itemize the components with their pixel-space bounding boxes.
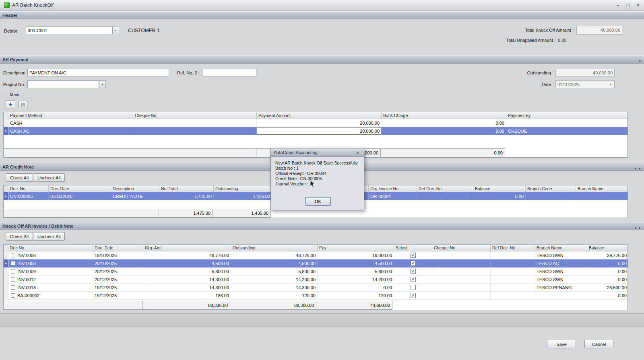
cancel-button[interactable]: Cancel — [584, 340, 613, 348]
dialog-close-icon[interactable]: ✕ — [355, 150, 361, 155]
cell-org-amt: 4,500.00 — [143, 259, 231, 267]
col-doc-no[interactable]: Doc No — [8, 245, 93, 251]
col-doc-date[interactable]: Doc. Date — [93, 245, 143, 251]
nav-right-icon[interactable]: ▸ — [639, 165, 641, 173]
credit-uncheck-all-button[interactable]: Uncheck All — [33, 173, 65, 182]
window-title: AR Batch KnockOff — [12, 2, 54, 8]
col-select[interactable]: Select — [394, 245, 432, 251]
cell-doc-no: INV-0008 — [17, 261, 36, 266]
payment-row[interactable]: CASH 20,000.00 0.00 — [4, 119, 627, 127]
col-outstanding[interactable]: Outstanding — [231, 245, 318, 251]
project-dropdown-icon[interactable]: ▾ — [99, 80, 106, 88]
knockoff-row[interactable]: +INV-0006 19/10/2025 48,776.00 48,776.00… — [4, 251, 627, 259]
row-gutter — [4, 284, 8, 291]
col-balance[interactable]: Balance — [473, 185, 526, 192]
payment-row-selected[interactable]: ▸ CASH AC 20,000.00 0.00 CHEQUE — [4, 127, 627, 135]
expand-icon[interactable]: + — [11, 293, 15, 298]
col-branch-name[interactable]: Branch Name — [535, 245, 587, 251]
cell-branch: TESCO SWN — [535, 267, 587, 275]
row-gutter — [4, 112, 8, 119]
col-branch-name[interactable]: Branch Name — [576, 185, 628, 192]
outstanding-input[interactable] — [555, 69, 615, 76]
cell-branch — [535, 292, 587, 299]
cell-cheque — [133, 127, 257, 135]
col-payment-amount[interactable]: Payment Amount — [257, 112, 382, 119]
description-input[interactable] — [27, 69, 169, 76]
edit-payment-row-button[interactable]: ▤ — [19, 101, 27, 108]
nav-right-icon[interactable]: ▸ — [639, 224, 641, 232]
debtor-name-label: CUSTOMER 1 — [128, 28, 159, 33]
cell-outstanding: 4,500.00 — [231, 259, 318, 267]
col-cheque-no[interactable]: Cheque No — [133, 112, 257, 119]
col-payment-by[interactable]: Payment By — [506, 112, 628, 119]
col-outstanding[interactable]: Outstanding — [214, 185, 272, 192]
row-gutter — [4, 276, 8, 283]
maximize-button[interactable]: ▢ — [625, 2, 630, 8]
save-button[interactable]: Save — [547, 340, 576, 348]
close-button[interactable]: ✕ — [636, 2, 640, 8]
col-pay[interactable]: Pay — [318, 245, 394, 251]
dialog-title: AutoCount Accounting — [274, 150, 318, 155]
col-branch-code[interactable]: Branch Code — [526, 185, 576, 192]
col-cheque-no[interactable]: Cheque No — [432, 245, 491, 251]
dialog-title-bar[interactable]: AutoCount Accounting ✕ — [271, 148, 364, 157]
cell-org-invoice: OR-00004 — [369, 192, 417, 200]
expand-icon[interactable]: + — [11, 269, 15, 274]
row-select-checkbox[interactable]: ✓ — [411, 269, 416, 274]
cell-amount-editing[interactable]: 20,000.00 — [257, 127, 382, 135]
expand-icon[interactable]: + — [11, 253, 15, 257]
expand-icon[interactable]: + — [11, 277, 15, 282]
debtor-dropdown-icon[interactable]: ▾ — [112, 27, 119, 34]
credit-check-all-button[interactable]: Check All — [6, 173, 33, 182]
col-ref-doc[interactable]: Ref Doc. No. — [417, 185, 473, 192]
date-dropdown-icon[interactable]: ▾ — [607, 80, 614, 88]
col-doc-date[interactable]: Doc. Date — [49, 185, 111, 192]
dialog-message-line: Batch No : 1 — [275, 166, 359, 171]
nav-left-icon[interactable]: ◂ — [634, 224, 636, 232]
project-input[interactable] — [27, 80, 99, 88]
row-select-checkbox[interactable]: ✓ — [411, 293, 416, 298]
tab-main[interactable]: Main — [6, 91, 23, 98]
col-doc-no[interactable]: Doc. No — [8, 185, 49, 192]
knockoff-row[interactable]: +INV-0009 20/12/2025 5,800.00 5,800.00 5… — [4, 267, 627, 276]
nav-left-icon[interactable]: ◂ — [634, 165, 636, 173]
col-org-amt[interactable]: Org. Amt — [143, 245, 231, 251]
col-payment-method[interactable]: Payment Method — [8, 112, 133, 119]
knockoff-row[interactable]: +BA-000002 19/12/2025 186.00 120.00 120.… — [4, 292, 627, 300]
knockoff-grid-header: Doc No Doc. Date Org. Amt Outstanding Pa… — [4, 245, 627, 251]
col-bank-charge[interactable]: Bank Charge — [382, 112, 506, 119]
cell-balance: 26,500.00 — [587, 284, 628, 291]
cell-branch: TESCO AC — [535, 259, 587, 267]
row-select-checkbox[interactable]: ✓ — [411, 261, 416, 266]
knockoff-row[interactable]: +INV-0013 19/12/2025 14,300.00 14,300.00… — [4, 284, 627, 292]
cell-branch: TESCO PENANG — [535, 284, 587, 291]
minimize-button[interactable]: – — [617, 2, 619, 8]
total-knockoff-input[interactable] — [576, 26, 622, 35]
cell-cheque — [133, 119, 257, 127]
add-payment-row-button[interactable]: ✚ — [6, 100, 15, 109]
knockoff-uncheck-all-button[interactable]: Uncheck All — [33, 232, 65, 241]
row-select-checkbox[interactable] — [411, 285, 416, 290]
ref-no-input[interactable] — [202, 69, 256, 76]
date-input[interactable] — [555, 80, 615, 88]
cell-cheque — [432, 284, 491, 291]
knockoff-row[interactable]: +INV-0012 20/12/2025 14,300.00 14,200.00… — [4, 276, 627, 284]
row-select-checkbox[interactable]: ✓ — [411, 253, 416, 258]
col-org-invoice[interactable]: Org Invoice No. — [369, 185, 417, 192]
col-ref-doc[interactable]: Ref Doc. No — [491, 245, 535, 251]
knockoff-row-selected[interactable]: ▸ +INV-0008 20/10/2025 4,500.00 4,500.00… — [4, 259, 627, 267]
col-balance[interactable]: Balance — [587, 245, 628, 251]
section-collapse-icon[interactable]: ▾ — [639, 58, 641, 65]
debtor-label: Debtor — [4, 29, 17, 33]
cell-outstanding: 14,200.00 — [231, 276, 318, 283]
ok-button[interactable]: OK — [305, 197, 331, 206]
col-description[interactable]: Description — [111, 185, 159, 192]
expand-icon[interactable]: + — [11, 261, 15, 265]
row-select-checkbox[interactable]: ✓ — [411, 277, 416, 282]
debtor-input[interactable] — [26, 27, 112, 34]
cell-pay: 19,000.00 — [318, 251, 394, 259]
expand-icon[interactable]: + — [11, 285, 15, 290]
col-net-total[interactable]: Net Total — [159, 185, 214, 192]
knockoff-check-all-button[interactable]: Check All — [6, 232, 33, 241]
cell-org-amt: 186.00 — [143, 292, 231, 299]
